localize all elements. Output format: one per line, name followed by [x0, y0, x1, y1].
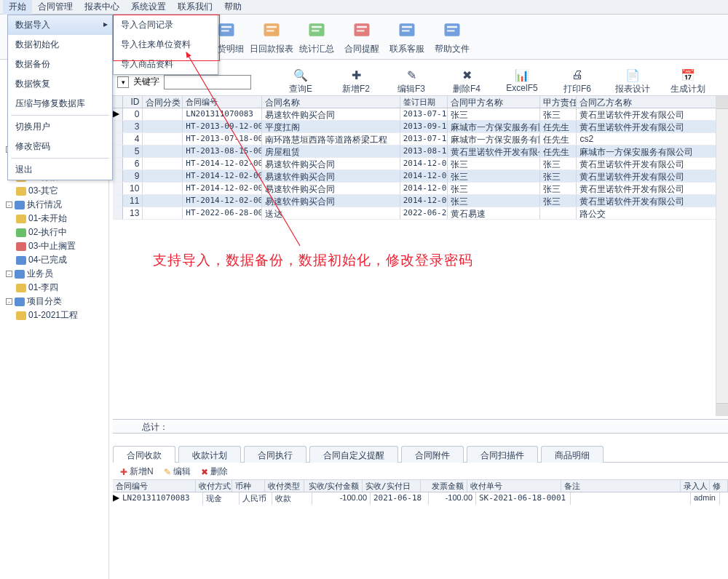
- action-icon: 🖨: [570, 68, 585, 83]
- toolbar-button[interactable]: 联系客服: [384, 18, 430, 55]
- action-button[interactable]: 📊ExcelF5: [497, 68, 547, 95]
- tab[interactable]: 合同附件: [401, 446, 464, 463]
- table-row[interactable]: 11HT-2014-12-02-0006易速软件购买合同2014-12-02张三…: [113, 195, 728, 207]
- svg-rect-14: [402, 30, 410, 32]
- tab[interactable]: 收款计划: [178, 446, 241, 463]
- folder-icon: [16, 187, 26, 196]
- menubar: 开始合同管理报表中心系统设置联系我们帮助: [0, 0, 728, 15]
- menu-item[interactable]: 导入合同记录: [114, 15, 218, 35]
- table-row[interactable]: 10HT-2014-12-02-0005易速软件购买合同2014-12-02张三…: [113, 183, 728, 195]
- tree-node[interactable]: 01-未开始: [0, 212, 108, 225]
- detail-toolbar: ✚新增N ✎编辑 ✖删除: [113, 464, 728, 480]
- action-icon: 📊: [515, 68, 529, 83]
- nav-tree: 1-2021-收付类型01-收款02-付款03-其它-执行情况01-未开始02-…: [0, 131, 109, 579]
- toolbar-button[interactable]: 合同提醒: [339, 18, 384, 55]
- table-row[interactable]: 4HT-2013-07-18-0001南环路慧垣西路等道路桥梁工程2013-07…: [113, 133, 728, 145]
- payment-grid[interactable]: 合同编号收付方式币种收付类型实收/实付金额实收/实付日发票金额收付单号备注录入人…: [113, 480, 728, 516]
- tree-node[interactable]: 03-中止搁置: [0, 239, 108, 253]
- svg-rect-2: [221, 30, 229, 32]
- toolbar-button[interactable]: 统计汇总: [294, 18, 339, 55]
- svg-rect-5: [266, 30, 274, 32]
- menu-item[interactable]: 开始: [3, 0, 32, 15]
- toolbar-icon: [260, 18, 283, 41]
- folder-icon: [16, 311, 26, 320]
- tab[interactable]: 合同收款: [113, 446, 175, 463]
- table-row[interactable]: 6HT-2014-12-02-0001易速软件购买合同2014-12-02张三张…: [113, 158, 728, 170]
- menu-item[interactable]: 导入商品资料: [114, 55, 218, 74]
- toolbar-button[interactable]: 帮助文件: [430, 18, 475, 55]
- totals-row: 总计：: [113, 419, 728, 434]
- tab[interactable]: 合同执行: [244, 446, 306, 463]
- folder-icon: [16, 242, 26, 251]
- svg-rect-16: [447, 26, 457, 28]
- toolbar-icon: [395, 18, 419, 41]
- svg-rect-10: [357, 26, 367, 28]
- delete-button[interactable]: ✖删除: [201, 466, 228, 478]
- import-submenu: 导入合同记录导入往来单位资料导入商品资料: [113, 15, 218, 75]
- menu-item[interactable]: 合同管理: [32, 0, 79, 15]
- action-button[interactable]: ✎编辑F3: [387, 68, 436, 95]
- action-button[interactable]: 🔍查询E: [276, 68, 325, 95]
- action-button[interactable]: 📅生成计划: [663, 68, 713, 95]
- menu-item[interactable]: 联系我们: [172, 0, 218, 15]
- toolbar-icon: [350, 18, 373, 41]
- tree-node[interactable]: 03-其它: [0, 184, 108, 198]
- table-row[interactable]: 13HT-2022-06-28-0001送达2022-06-28黄石易速路公交: [113, 207, 728, 220]
- tree-node[interactable]: 01-2021工程: [0, 308, 108, 322]
- detail-tabs: 合同收款收款计划合同执行合同自定义提醒合同附件合同扫描件商品明细: [113, 445, 728, 463]
- search-dropdown-icon[interactable]: ▾: [117, 76, 129, 88]
- action-button[interactable]: ✚新增F2: [331, 68, 381, 95]
- menu-item[interactable]: 数据恢复: [8, 74, 112, 94]
- folder-icon: [15, 270, 25, 279]
- svg-rect-13: [402, 26, 412, 28]
- toolbar-icon: [440, 18, 464, 41]
- edit-button[interactable]: ✎编辑: [164, 466, 191, 478]
- menu-item[interactable]: 导入往来单位资料: [114, 35, 218, 55]
- tree-node[interactable]: 02-执行中: [0, 225, 108, 239]
- menu-item[interactable]: 数据导入: [8, 15, 112, 35]
- folder-icon: [15, 298, 25, 306]
- menu-item[interactable]: 压缩与修复数据库: [8, 94, 112, 113]
- menu-item[interactable]: 数据初始化: [8, 35, 112, 55]
- action-button[interactable]: 📄报表设计: [608, 68, 657, 95]
- tab[interactable]: 合同自定义提醒: [309, 446, 398, 463]
- table-row[interactable]: 5HT-2013-08-15-0001房屋租赁2013-08-15黄石里诺软件开…: [113, 145, 728, 158]
- tree-node[interactable]: 04-已完成: [0, 253, 108, 267]
- keyword-input[interactable]: [164, 75, 251, 89]
- menu-item[interactable]: 切换用户: [8, 117, 112, 137]
- tab[interactable]: 合同扫描件: [467, 446, 538, 463]
- tree-node[interactable]: -业务员: [0, 267, 108, 281]
- table-row[interactable]: 3HT-2013-09-12-0001平度扛阁2013-09-12麻城市一方保安…: [113, 121, 728, 133]
- table-row[interactable]: 9HT-2014-12-02-0004易速软件购买合同2014-12-02张三张…: [113, 170, 728, 183]
- annotation-text: 支持导入，数据备份，数据初始化，修改登录密码: [153, 251, 473, 270]
- folder-icon: [16, 284, 26, 292]
- svg-rect-7: [312, 26, 322, 28]
- action-button[interactable]: ✖删除F4: [442, 68, 491, 95]
- menu-item[interactable]: 修改密码: [8, 137, 112, 156]
- svg-rect-1: [221, 26, 232, 28]
- action-icon: 📄: [625, 68, 640, 83]
- folder-icon: [16, 228, 26, 237]
- svg-rect-11: [357, 30, 365, 32]
- toolbar-button[interactable]: 日回款报表: [249, 18, 294, 55]
- menu-item[interactable]: 退出: [8, 160, 112, 180]
- menu-item[interactable]: 报表中心: [79, 0, 125, 15]
- menu-item[interactable]: 帮助: [218, 0, 248, 15]
- action-icon: ✚: [349, 68, 363, 83]
- action-icon: ✎: [404, 68, 419, 83]
- table-row[interactable]: ▶0LN201311070083易速软件购买合同2013-07-18张三张三黄石…: [113, 108, 728, 121]
- svg-rect-4: [266, 26, 277, 28]
- action-button[interactable]: 🖨打印F6: [553, 68, 602, 95]
- tab[interactable]: 商品明细: [541, 446, 604, 463]
- folder-icon: [15, 201, 25, 209]
- tree-node[interactable]: -项目分类: [0, 295, 108, 308]
- tree-node[interactable]: -执行情况: [0, 198, 108, 212]
- add-button[interactable]: ✚新增N: [120, 466, 154, 478]
- menu-item[interactable]: 数据备份: [8, 55, 112, 74]
- tree-node[interactable]: 01-李四: [0, 281, 108, 295]
- scrollbar[interactable]: [716, 96, 728, 416]
- menu-item[interactable]: 系统设置: [125, 0, 172, 15]
- action-icon: ✖: [459, 68, 474, 83]
- folder-icon: [16, 256, 26, 265]
- start-menu-dropdown: 数据导入数据初始化数据备份数据恢复压缩与修复数据库切换用户修改密码退出: [7, 15, 113, 180]
